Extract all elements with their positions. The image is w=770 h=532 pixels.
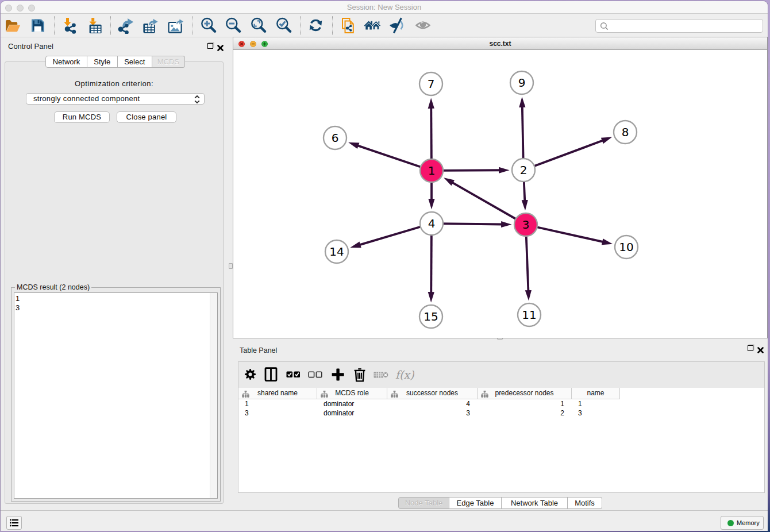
- graph-node-label: 3: [522, 218, 530, 232]
- close-panel-icon[interactable]: [217, 43, 224, 49]
- graph-arrowhead: [602, 238, 613, 245]
- graph-node-11[interactable]: 11: [518, 303, 541, 326]
- show-panels-button[interactable]: [6, 516, 22, 530]
- graph-node-3[interactable]: 3: [514, 213, 537, 236]
- column-header-predecessor-nodes[interactable]: predecessor nodes: [478, 388, 572, 399]
- table-cell: 2: [478, 408, 564, 418]
- export-network-button[interactable]: [117, 17, 134, 34]
- graph-edge-3-1[interactable]: [452, 182, 526, 225]
- table-panel: Table Panel f(x) shared name MCDS role s…: [233, 340, 768, 510]
- open-file-button[interactable]: [4, 17, 21, 34]
- graph-node-label: 1: [428, 164, 436, 178]
- graph-node-6[interactable]: 6: [324, 126, 346, 149]
- graph-node-label: 6: [332, 131, 339, 145]
- graph-node-2[interactable]: 2: [512, 159, 535, 182]
- column-header-shared-name[interactable]: shared name: [238, 388, 317, 399]
- show-graphics-details-button[interactable]: [415, 17, 432, 34]
- delete-column-button[interactable]: [351, 366, 368, 383]
- table-options-button[interactable]: [242, 366, 259, 383]
- toolbar-separator: [300, 16, 301, 35]
- close-panel-button[interactable]: Close panel: [117, 111, 176, 123]
- column-header-MCDS-role[interactable]: MCDS role: [317, 388, 387, 399]
- add-column-button[interactable]: [329, 366, 346, 383]
- select-all-checkbox-button[interactable]: [285, 366, 302, 383]
- column-header-successor-nodes[interactable]: successor nodes: [387, 388, 478, 399]
- deselect-all-checkbox-button[interactable]: [307, 366, 324, 383]
- table-header-row: shared name MCDS role successor nodes pr…: [238, 388, 620, 399]
- table-tab-network-table[interactable]: Network Table: [502, 497, 568, 509]
- graph-node-label: 4: [428, 217, 436, 230]
- table-tab-edge-table[interactable]: Edge Table: [449, 497, 502, 509]
- table-tab-motifs[interactable]: Motifs: [568, 497, 602, 509]
- svg-text:f(x): f(x): [395, 368, 414, 381]
- run-mcds-button[interactable]: Run MCDS: [54, 111, 110, 123]
- table-row-2[interactable]: 3dominator323: [238, 408, 764, 418]
- export-image-button[interactable]: [167, 17, 184, 34]
- show-column-button[interactable]: [263, 366, 280, 383]
- network-canvas[interactable]: 1 2 3 4 6 7 8 9 10 11 14 15: [233, 50, 767, 338]
- table-panel-title: Table Panel: [240, 346, 277, 354]
- graph-edge-2-8[interactable]: [523, 140, 603, 170]
- graph-node-8[interactable]: 8: [614, 121, 637, 144]
- status-bar: Memory: [1, 510, 768, 531]
- deselect-all-checkbox-icon: [307, 375, 324, 385]
- search-input[interactable]: [595, 19, 763, 33]
- import-network-from-file-button[interactable]: [61, 17, 79, 34]
- graph-node-10[interactable]: 10: [615, 236, 638, 259]
- criterion-dropdown[interactable]: strongly connected component: [26, 93, 205, 105]
- apply-layout-button[interactable]: [307, 17, 325, 34]
- control-panel-tab-select[interactable]: Select: [118, 56, 153, 68]
- save-session-button[interactable]: [29, 17, 47, 34]
- graph-arrowhead: [519, 97, 525, 107]
- graph-node-14[interactable]: 14: [325, 240, 348, 263]
- float-table-panel-icon[interactable]: [748, 345, 753, 351]
- table-options-icon: [242, 375, 259, 385]
- table-tab-node-table[interactable]: Node Table: [398, 497, 449, 509]
- table-container: f(x) shared name MCDS role successor nod…: [238, 361, 765, 493]
- delete-column-icon: [351, 375, 368, 385]
- control-panel-tab-network[interactable]: Network: [45, 56, 87, 68]
- mcds-result-textarea[interactable]: 1 3: [14, 292, 218, 499]
- float-panel-icon[interactable]: [207, 43, 213, 49]
- import-table-from-file-button[interactable]: [87, 17, 104, 34]
- main-toolbar: [1, 14, 768, 37]
- column-header-name[interactable]: name: [572, 388, 620, 399]
- memory-label: Memory: [737, 519, 760, 526]
- delete-table-button[interactable]: [372, 366, 390, 383]
- graph-node-15[interactable]: 15: [419, 305, 442, 328]
- graph-arrowhead: [428, 199, 434, 210]
- zoom-in-button[interactable]: [200, 17, 217, 34]
- table-cell: dominator: [324, 399, 387, 408]
- zoom-out-button[interactable]: [225, 17, 242, 34]
- column-label: name: [587, 389, 604, 397]
- search-icon: [600, 22, 609, 31]
- table-row-1[interactable]: 1dominator411: [238, 399, 764, 408]
- graph-node-4[interactable]: 4: [420, 212, 443, 235]
- close-table-panel-icon[interactable]: [757, 345, 764, 352]
- export-table-button[interactable]: [141, 17, 159, 34]
- toolbar-separator: [54, 16, 55, 35]
- table-cell: 3: [387, 408, 470, 418]
- graph-node-7[interactable]: 7: [419, 72, 442, 95]
- vertical-divider-handle[interactable]: [229, 263, 233, 269]
- show-all-networks-button[interactable]: [364, 17, 381, 34]
- network-file-button[interactable]: [339, 17, 356, 34]
- zoom-selected-button[interactable]: [275, 17, 292, 34]
- mcds-result-title: MCDS result (2 nodes): [15, 283, 91, 291]
- zoom-fit-content-button[interactable]: [250, 17, 267, 34]
- function-builder-button[interactable]: f(x): [395, 366, 412, 383]
- memory-button[interactable]: Memory: [721, 516, 764, 530]
- function-builder-icon: f(x): [395, 375, 414, 385]
- hide-graphics-details-button[interactable]: [388, 17, 406, 34]
- show-column-icon: [263, 375, 280, 385]
- control-panel-tab-style[interactable]: Style: [87, 56, 118, 68]
- control-panel-tab-mcds[interactable]: MCDS: [152, 56, 185, 68]
- result-scrollbar[interactable]: [210, 293, 217, 498]
- graph-node-1[interactable]: 1: [420, 159, 443, 182]
- application-window: Session: New Session: [1, 1, 768, 531]
- graph-arrowhead: [350, 241, 361, 248]
- select-all-checkbox-icon: [285, 375, 302, 385]
- graph-node-9[interactable]: 9: [510, 71, 533, 94]
- graph-node-label: 7: [428, 77, 435, 91]
- mcds-tab-content: Optimization criterion: strongly connect…: [5, 61, 224, 504]
